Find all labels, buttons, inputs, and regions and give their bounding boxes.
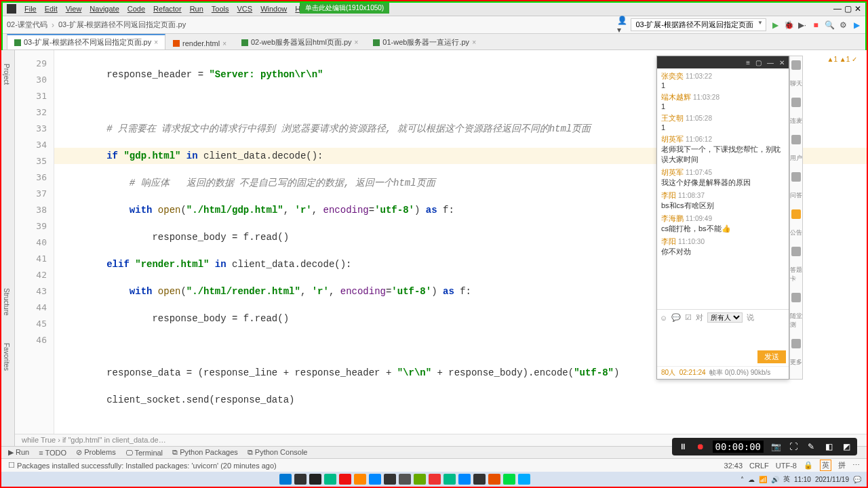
side-qa-icon[interactable]: [791, 172, 801, 182]
window-maximize-icon[interactable]: ▢: [844, 4, 852, 14]
run-config-select[interactable]: 03-扩展-根据路径不同返回指定页面: [631, 18, 766, 31]
taskbar-app[interactable]: [369, 474, 381, 485]
tray-vol-icon[interactable]: 🔊: [771, 476, 779, 483]
window-minimize-icon[interactable]: —: [833, 4, 842, 14]
breadcrumb-project[interactable]: 02-课堂代码: [7, 20, 47, 30]
windows-taskbar[interactable]: ˄ ☁ 📶 🔊 英 11:10 2021/11/19 💬: [1, 472, 867, 487]
editor-tab[interactable]: render.html×: [165, 37, 234, 49]
structure-tool-label[interactable]: Structure: [1, 274, 12, 329]
tab-close-icon[interactable]: ×: [472, 39, 476, 46]
taskbar-app[interactable]: [414, 474, 426, 485]
taskbar-app[interactable]: [518, 474, 530, 485]
more-icon[interactable]: ⋯: [852, 461, 860, 470]
taskbar-app[interactable]: [399, 474, 411, 485]
project-tool-label[interactable]: Project: [1, 50, 12, 98]
chat-messages[interactable]: 张奕奕 11:03:221端木越辉 11:03:281王文朝 11:05:281…: [657, 68, 789, 309]
favorites-tool-label[interactable]: Favorites: [1, 329, 12, 384]
chat-close-icon[interactable]: ✕: [779, 59, 785, 66]
taskbar-app[interactable]: [324, 474, 336, 485]
menu-tools[interactable]: Tools: [212, 5, 229, 13]
search-icon[interactable]: 🔍: [825, 20, 834, 30]
side-lottery-icon[interactable]: [791, 293, 801, 302]
menu-code[interactable]: Code: [127, 5, 145, 13]
taskbar-app[interactable]: [458, 474, 471, 485]
tab-close-icon[interactable]: ×: [355, 39, 359, 46]
side-more-icon[interactable]: [791, 339, 801, 348]
chat-textarea[interactable]: [660, 323, 786, 348]
stop-icon[interactable]: ■: [811, 20, 821, 30]
ide-icon[interactable]: ▶: [852, 20, 861, 30]
left-toolwindow-bar[interactable]: Project Structure Favorites: [1, 50, 15, 446]
tray-notif-icon[interactable]: 💬: [853, 476, 861, 483]
side-card-icon[interactable]: [791, 247, 801, 256]
taskbar-app[interactable]: [473, 474, 486, 485]
tray-date[interactable]: 2021/11/19: [815, 476, 849, 483]
menu-file[interactable]: File: [24, 5, 37, 13]
event-log-icon[interactable]: ☐: [8, 461, 15, 470]
taskbar-app[interactable]: [279, 474, 292, 485]
taskbar-app[interactable]: [443, 474, 456, 485]
menu-navigate[interactable]: Navigate: [90, 5, 119, 13]
side-chat-icon[interactable]: [791, 60, 801, 70]
taskbar-app[interactable]: [503, 474, 515, 485]
taskbar-app[interactable]: [384, 474, 396, 485]
editor-tab[interactable]: 02-web服务器返回html页面.py×: [234, 35, 366, 49]
window-close-icon[interactable]: ✕: [854, 4, 861, 14]
menu-view[interactable]: View: [66, 5, 82, 13]
tray-cloud-icon[interactable]: ☁: [748, 476, 755, 483]
taskbar-app[interactable]: [354, 474, 366, 485]
editor-tab[interactable]: 03-扩展-根据路径不同返回指定页面.py×: [7, 34, 165, 49]
debug-icon[interactable]: 🐞: [784, 20, 793, 30]
tool-tab[interactable]: 🖵 Terminal: [125, 449, 163, 457]
tray-wifi-icon[interactable]: 📶: [759, 476, 767, 483]
ime-lang[interactable]: 英: [820, 460, 831, 471]
tray-ime-icon[interactable]: 英: [783, 474, 790, 484]
tool1-icon[interactable]: ◧: [823, 441, 834, 452]
taskbar-app[interactable]: [339, 474, 351, 485]
emoji-icon[interactable]: ☺: [660, 314, 667, 322]
tab-close-icon[interactable]: ×: [222, 40, 226, 47]
editor-tab[interactable]: 01-web服务器一直运行.py×: [366, 35, 484, 49]
tray-time[interactable]: 11:10: [794, 476, 811, 483]
tray-up-icon[interactable]: ˄: [741, 476, 744, 483]
tool2-icon[interactable]: ◩: [841, 441, 852, 452]
target-select[interactable]: 所有人: [707, 312, 743, 323]
ime-mode[interactable]: 拼: [838, 460, 846, 470]
side-announce-icon[interactable]: [791, 209, 801, 219]
tool-tab[interactable]: ▶ Run: [8, 448, 29, 457]
menu-vcs[interactable]: VCS: [237, 5, 253, 13]
caret-position[interactable]: 32:43: [724, 462, 743, 470]
tab-close-icon[interactable]: ×: [154, 39, 158, 46]
chat-min-icon[interactable]: —: [767, 59, 774, 66]
taskbar-app[interactable]: [429, 474, 441, 485]
check-icon[interactable]: ☑: [685, 313, 692, 322]
settings-gear-icon[interactable]: ⚙: [838, 20, 848, 30]
inspection-widget[interactable]: ▲1 ▲1 ✓: [827, 56, 857, 63]
file-encoding[interactable]: UTF-8: [776, 462, 797, 470]
user-icon[interactable]: 👤▾: [617, 20, 627, 30]
menu-edit[interactable]: Edit: [45, 5, 58, 13]
run-icon[interactable]: ▶: [770, 20, 780, 30]
line-separator[interactable]: CRLF: [749, 462, 769, 470]
taskbar-app[interactable]: [294, 474, 307, 485]
capture-icon[interactable]: ⛶: [788, 441, 799, 452]
menu-window[interactable]: Window: [260, 5, 287, 13]
tool-tab[interactable]: ⧉ Python Console: [248, 448, 308, 457]
taskbar-app[interactable]: [488, 474, 500, 485]
chat-pop-icon[interactable]: ▢: [755, 59, 762, 66]
tool-tab[interactable]: ⊘ Problems: [76, 448, 116, 457]
tool-tab[interactable]: ≡ TODO: [39, 449, 66, 457]
camera-icon[interactable]: 📷: [770, 441, 781, 452]
pen-icon[interactable]: ✎: [806, 441, 816, 452]
menu-run[interactable]: Run: [190, 5, 203, 13]
tool-tab[interactable]: ⧉ Python Packages: [172, 448, 238, 457]
chat-menu-icon[interactable]: ≡: [746, 59, 750, 66]
breadcrumb-file[interactable]: 03-扩展-根据路径不同返回指定页面.py: [58, 20, 186, 30]
coverage-icon[interactable]: ▶·: [797, 20, 807, 30]
send-button[interactable]: 发送: [757, 350, 786, 363]
side-call-icon[interactable]: [791, 98, 801, 107]
chat-bubble-icon[interactable]: 💬: [671, 313, 681, 322]
menu-refactor[interactable]: Refactor: [153, 5, 182, 13]
side-user-icon[interactable]: [791, 135, 801, 144]
record-icon[interactable]: ⏺: [695, 441, 706, 452]
